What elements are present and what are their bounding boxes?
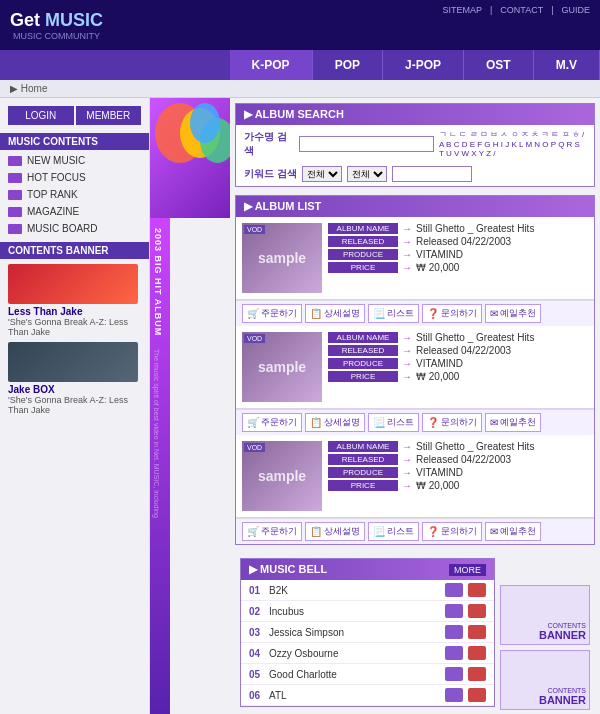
- produce-row-2: PRODUCE → VITAMIND: [328, 358, 588, 369]
- logo-sub: MUSIC COMMUNITY: [10, 31, 103, 41]
- name-value-1: Still Ghetto _ Greatest Hits: [416, 223, 534, 234]
- logo-text: Get MUSIC: [10, 10, 103, 31]
- buy-btn-1[interactable]: [468, 583, 486, 597]
- album-entry-2: VOD sample ALBUM NAME → Still Ghetto _ G…: [236, 326, 594, 409]
- play-btn-4[interactable]: [445, 646, 463, 660]
- album-search-section: ▶ ALBUM SEARCH 가수명 검색 ㄱ ㄴ ㄷ ㄹ ㅁ ㅂ ㅅ ㅇ ㅈ …: [235, 103, 595, 187]
- vod-badge-1: VOD: [244, 225, 265, 234]
- banner-desc-1: 'She's Gonna Break A-Z: Less Than Jake: [8, 317, 141, 337]
- banner-jake-box[interactable]: Jake BOX 'She's Gonna Break A-Z: Less Th…: [8, 342, 141, 415]
- music-row-2: 02 Incubus: [241, 601, 494, 622]
- nav-kpop[interactable]: K-POP: [230, 50, 313, 80]
- contact-link[interactable]: CONTACT: [500, 5, 543, 15]
- list-btn-3[interactable]: 📃리스트: [368, 522, 419, 541]
- year-text: 2003 BIG HIT ALBUM: [150, 218, 166, 346]
- arrow-3: →: [402, 249, 412, 260]
- music-row-5: 05 Good Charlotte: [241, 664, 494, 685]
- music-row-4: 04 Ozzy Osbourne: [241, 643, 494, 664]
- sidebar-item-top-rank[interactable]: TOP RANK: [0, 186, 149, 203]
- nav-ost[interactable]: OST: [464, 50, 534, 80]
- nav-jpop[interactable]: J-POP: [383, 50, 464, 80]
- top-rank-icon: [8, 190, 22, 200]
- sidebar-item-hot-focus[interactable]: HOT FOCUS: [0, 169, 149, 186]
- home-link[interactable]: Home: [21, 83, 48, 94]
- sidebar-item-music-board[interactable]: MUSIC BOARD: [0, 220, 149, 237]
- play-btn-2[interactable]: [445, 604, 463, 618]
- arrow-1: →: [402, 223, 412, 234]
- sidebar-item-new-music[interactable]: NEW MUSIC: [0, 152, 149, 169]
- contents-banner-2[interactable]: CONTENTS BANNER: [500, 650, 590, 710]
- search-select-1[interactable]: 전체: [302, 166, 342, 182]
- album-actions-3: 🛒주문하기 📋상세설명 📃리스트 ❓문의하기 ✉예일추천: [236, 518, 594, 544]
- detail-btn-1[interactable]: 📋상세설명: [305, 304, 365, 323]
- detail-btn-3[interactable]: 📋상세설명: [305, 522, 365, 541]
- order-btn-1[interactable]: 🛒주문하기: [242, 304, 302, 323]
- price-row-1: PRICE → ₩ 20,000: [328, 262, 588, 273]
- released-row-3: RELEASED → Released 04/22/2003: [328, 454, 588, 465]
- member-button[interactable]: MEMBER: [76, 106, 142, 125]
- content-area: ▶ ALBUM SEARCH 가수명 검색 ㄱ ㄴ ㄷ ㄹ ㅁ ㅂ ㅅ ㅇ ㅈ …: [230, 98, 600, 714]
- contents-banner-1[interactable]: CONTENTS BANNER: [500, 585, 590, 645]
- music-bell-box: ▶ MUSIC BELL MORE 01 B2K 02 Incubus: [240, 558, 495, 707]
- search-input-1[interactable]: [299, 136, 434, 152]
- play-btn-6[interactable]: [445, 688, 463, 702]
- order-btn-3[interactable]: 🛒주문하기: [242, 522, 302, 541]
- guide-link[interactable]: GUIDE: [561, 5, 590, 15]
- list-btn-2[interactable]: 📃리스트: [368, 413, 419, 432]
- banner-title-1: Less Than Jake: [8, 306, 141, 317]
- login-button[interactable]: LOGIN: [8, 106, 74, 125]
- nav-mv[interactable]: M.V: [534, 50, 600, 80]
- nav-pop[interactable]: POP: [313, 50, 383, 80]
- album-list-header: ▶ ALBUM LIST: [236, 196, 594, 217]
- recommend-btn-2[interactable]: ✉예일추천: [485, 413, 541, 432]
- album-search-header: ▶ ALBUM SEARCH: [236, 104, 594, 125]
- sep2: |: [551, 5, 553, 15]
- play-btn-1[interactable]: [445, 583, 463, 597]
- album-actions-1: 🛒주문하기 📋상세설명 📃리스트 ❓문의하기 ✉예일추천: [236, 300, 594, 326]
- album-name-row-1: ALBUM NAME → Still Ghetto _ Greatest Hit…: [328, 223, 588, 234]
- search-input-2[interactable]: [392, 166, 472, 182]
- inquiry-btn-1[interactable]: ❓문의하기: [422, 304, 482, 323]
- produce-label-1: PRODUCE: [328, 249, 398, 260]
- search-label-2: 키워드 검색: [244, 167, 297, 181]
- produce-row-3: PRODUCE → VITAMIND: [328, 467, 588, 478]
- music-row-6: 06 ATL: [241, 685, 494, 706]
- music-bell-section: ▶ MUSIC BELL MORE 01 B2K 02 Incubus: [240, 558, 495, 714]
- produce-value-1: VITAMIND: [416, 249, 463, 260]
- search-select-2[interactable]: 전체: [347, 166, 387, 182]
- inquiry-btn-3[interactable]: ❓문의하기: [422, 522, 482, 541]
- buy-btn-5[interactable]: [468, 667, 486, 681]
- buy-btn-2[interactable]: [468, 604, 486, 618]
- search-row-1: 가수명 검색 ㄱ ㄴ ㄷ ㄹ ㅁ ㅂ ㅅ ㅇ ㅈ ㅊ ㅋ ㅌ ㅍ ㅎ / A B…: [236, 125, 594, 162]
- order-btn-2[interactable]: 🛒주문하기: [242, 413, 302, 432]
- released-row-2: RELEASED → Released 04/22/2003: [328, 345, 588, 356]
- released-value-1: Released 04/22/2003: [416, 236, 511, 247]
- buy-btn-4[interactable]: [468, 646, 486, 660]
- contents-banner-section: CONTENTS BANNER Less Than Jake 'She's Go…: [0, 242, 149, 415]
- alpha-links: ㄱ ㄴ ㄷ ㄹ ㅁ ㅂ ㅅ ㅇ ㅈ ㅊ ㅋ ㅌ ㅍ ㅎ / A B C D E …: [439, 129, 586, 158]
- recommend-btn-3[interactable]: ✉예일추천: [485, 522, 541, 541]
- header: Get MUSIC MUSIC COMMUNITY SITEMAP | CONT…: [0, 0, 600, 50]
- sitemap-link[interactable]: SITEMAP: [442, 5, 482, 15]
- play-btn-3[interactable]: [445, 625, 463, 639]
- buy-btn-3[interactable]: [468, 625, 486, 639]
- banner-desc-2: 'She's Gonna Break A-Z: Less Than Jake: [8, 395, 141, 415]
- detail-btn-2[interactable]: 📋상세설명: [305, 413, 365, 432]
- banner-less-than-jake[interactable]: Less Than Jake 'She's Gonna Break A-Z: L…: [8, 264, 141, 337]
- produce-row-1: PRODUCE → VITAMIND: [328, 249, 588, 260]
- sample-text-1: sample: [258, 250, 306, 266]
- list-btn-1[interactable]: 📃리스트: [368, 304, 419, 323]
- album-search-title: ▶ ALBUM SEARCH: [244, 108, 344, 121]
- price-row-2: PRICE → ₩ 20,000: [328, 371, 588, 382]
- buy-btn-6[interactable]: [468, 688, 486, 702]
- banner-img-1: [8, 264, 138, 304]
- banner-text-1: CONTENTS BANNER: [539, 622, 586, 641]
- contents-banner-title: CONTENTS BANNER: [0, 242, 149, 259]
- released-row-1: RELEASED → Released 04/22/2003: [328, 236, 588, 247]
- sidebar-item-magazine[interactable]: MAGAZINE: [0, 203, 149, 220]
- recommend-btn-1[interactable]: ✉예일추천: [485, 304, 541, 323]
- music-bell-more[interactable]: MORE: [449, 564, 486, 576]
- inquiry-btn-2[interactable]: ❓문의하기: [422, 413, 482, 432]
- play-btn-5[interactable]: [445, 667, 463, 681]
- arrow-4: →: [402, 262, 412, 273]
